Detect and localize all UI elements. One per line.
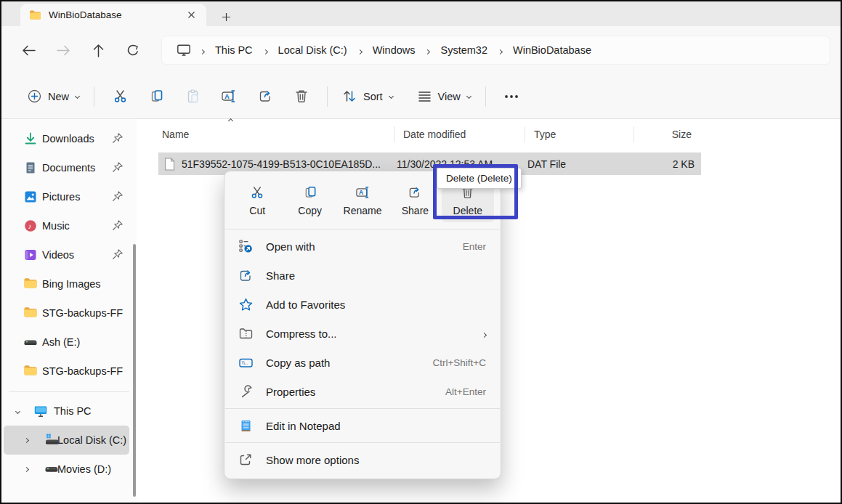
view-icon — [418, 90, 432, 102]
menu-item-show-more-options[interactable]: Show more options — [224, 445, 501, 474]
context-rename-button[interactable]: A Rename — [336, 179, 389, 222]
music-icon: ♪ — [23, 219, 38, 233]
menu-item-properties[interactable]: Properties Alt+Enter — [224, 377, 501, 406]
context-cut-button[interactable]: Cut — [231, 179, 283, 222]
toolbar-divider — [327, 86, 328, 107]
chevron-down-icon[interactable] — [15, 408, 20, 413]
new-tab-button[interactable] — [215, 7, 237, 26]
file-icon — [164, 158, 175, 171]
menu-item-shortcut: Ctrl+Shift+C — [432, 357, 486, 368]
tooltip-text: Delete (Delete) — [446, 173, 512, 184]
breadcrumb-system32[interactable]: System32 — [436, 44, 491, 56]
up-icon[interactable] — [86, 38, 110, 62]
paste-icon — [185, 89, 201, 104]
navigation-bar: This PC Local Disk (C:) Windows System32… — [1, 26, 841, 74]
sidebar-item-stg-backups-2[interactable]: STG-backups-FF — [1, 357, 137, 386]
cut-button[interactable] — [105, 83, 135, 110]
chevron-right-icon[interactable] — [24, 437, 29, 442]
see-more-button[interactable] — [496, 83, 527, 110]
pin-icon — [112, 248, 124, 260]
sidebar-item-this-pc[interactable]: This PC — [1, 397, 137, 426]
sidebar-item-pictures[interactable]: Pictures — [1, 182, 137, 211]
chevron-right-icon — [498, 49, 503, 54]
column-header-date-modified[interactable]: Date modified — [394, 126, 525, 142]
menu-item-share[interactable]: Share — [224, 261, 501, 290]
sort-button[interactable]: Sort — [335, 84, 400, 109]
chevron-right-icon — [263, 49, 268, 54]
sidebar-item-label: Movies (D:) — [57, 463, 111, 475]
rename-button[interactable]: A — [214, 83, 244, 110]
open-with-icon — [238, 239, 254, 254]
breadcrumb-windows[interactable]: Windows — [368, 44, 420, 56]
show-more-icon — [238, 452, 254, 468]
breadcrumb-winbiodatabase[interactable]: WinBioDatabase — [509, 44, 596, 56]
quick-action-label: Copy — [298, 205, 322, 216]
submenu-chevron-icon — [482, 332, 487, 337]
file-size: 2 KB — [636, 158, 695, 170]
sidebar-item-local-disk-c[interactable]: Local Disk (C:) — [4, 426, 129, 455]
new-button[interactable]: New — [20, 84, 86, 109]
file-name: 51F39552-1075-4199-B513-0C10EA185D... — [182, 158, 381, 170]
menu-item-shortcut: Alt+Enter — [445, 386, 486, 397]
chevron-down-icon — [389, 94, 394, 99]
sidebar-item-label: STG-backups-FF — [42, 365, 123, 377]
sidebar-item-bing-images[interactable]: Bing Images — [1, 269, 137, 298]
sidebar-item-music[interactable]: ♪ Music — [1, 211, 137, 240]
breadcrumb-this-pc[interactable]: This PC — [211, 44, 257, 56]
column-header-size[interactable]: Size — [633, 126, 699, 142]
column-headers: Name Date modified Type Size — [137, 123, 841, 145]
context-share-button[interactable]: Share — [389, 179, 441, 222]
menu-item-label: Share — [266, 269, 295, 282]
navigation-pane: Downloads Documents — [1, 119, 137, 501]
document-icon — [23, 160, 38, 175]
paste-button[interactable] — [177, 83, 208, 110]
menu-item-edit-in-notepad[interactable]: Edit in Notepad — [224, 411, 501, 440]
sidebar-item-movies-d[interactable]: Movies (D:) — [1, 455, 137, 484]
sidebar-scrollbar[interactable] — [133, 244, 136, 497]
notepad-icon — [238, 418, 254, 434]
breadcrumb-local-disk[interactable]: Local Disk (C:) — [274, 44, 352, 56]
compress-icon — [238, 326, 254, 341]
quick-action-label: Cut — [249, 205, 265, 216]
copy-button[interactable] — [141, 83, 171, 110]
sidebar-item-ash-drive[interactable]: Ash (E:) — [1, 328, 137, 357]
view-button[interactable]: View — [410, 84, 478, 108]
address-bar[interactable]: This PC Local Disk (C:) Windows System32… — [161, 36, 830, 65]
menu-item-copy-as-path[interactable]: \\.. Copy as path Ctrl+Shift+C — [224, 348, 501, 377]
sidebar-item-stg-backups-1[interactable]: STG-backups-FF — [1, 298, 137, 328]
sidebar-item-label: Documents — [42, 162, 95, 174]
new-button-label: New — [48, 91, 69, 102]
menu-item-label: Open with — [266, 240, 315, 253]
rename-icon: A — [355, 185, 371, 200]
menu-item-shortcut: Enter — [463, 241, 486, 252]
back-icon[interactable] — [16, 38, 41, 62]
sidebar-item-documents[interactable]: Documents — [1, 153, 137, 182]
sidebar-item-label: Bing Images — [42, 278, 101, 290]
sidebar-item-videos[interactable]: Videos — [1, 240, 137, 269]
chevron-down-icon — [75, 94, 80, 99]
sidebar-item-label: STG-backups-FF — [42, 307, 123, 319]
chevron-right-icon[interactable] — [24, 466, 29, 471]
quick-action-label: Share — [402, 205, 429, 216]
sidebar-item-label: Downloads — [42, 133, 94, 145]
menu-item-open-with[interactable]: Open with Enter — [224, 232, 501, 261]
menu-item-label: Add to Favorites — [266, 298, 345, 311]
sidebar-divider — [9, 391, 129, 392]
share-button[interactable] — [250, 83, 280, 110]
svg-text:♪: ♪ — [28, 222, 32, 230]
menu-item-add-to-favorites[interactable]: Add to Favorites — [224, 290, 501, 319]
column-header-name[interactable]: Name — [161, 126, 394, 142]
scissors-icon — [250, 185, 264, 200]
folder-icon — [29, 9, 41, 20]
refresh-icon[interactable] — [121, 38, 145, 62]
forward-icon[interactable] — [51, 38, 76, 62]
tab-winbiodatabase[interactable]: WinBioDatabase — [20, 4, 206, 26]
trash-icon — [294, 89, 309, 104]
context-copy-button[interactable]: Copy — [283, 179, 336, 222]
column-header-type[interactable]: Type — [525, 126, 633, 142]
tab-close-icon[interactable] — [183, 7, 199, 23]
menu-item-label: Show more options — [266, 454, 359, 466]
menu-item-compress-to[interactable]: Compress to... — [224, 319, 501, 348]
delete-button[interactable] — [286, 83, 317, 110]
sidebar-item-downloads[interactable]: Downloads — [1, 124, 137, 153]
